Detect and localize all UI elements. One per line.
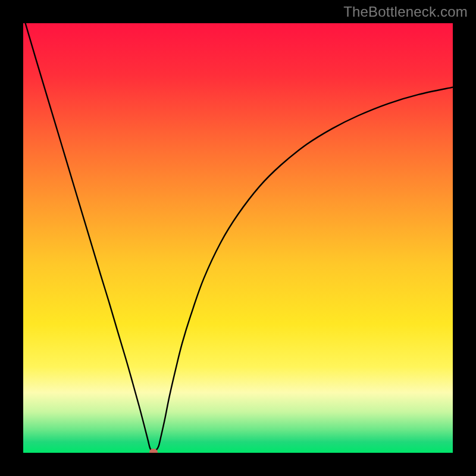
optimum-marker (149, 449, 158, 453)
curve-layer (23, 23, 453, 453)
plot-area (23, 23, 453, 453)
chart-frame: TheBottleneck.com (0, 0, 476, 476)
watermark-text: TheBottleneck.com (343, 4, 468, 20)
bottleneck-curve (26, 23, 453, 451)
